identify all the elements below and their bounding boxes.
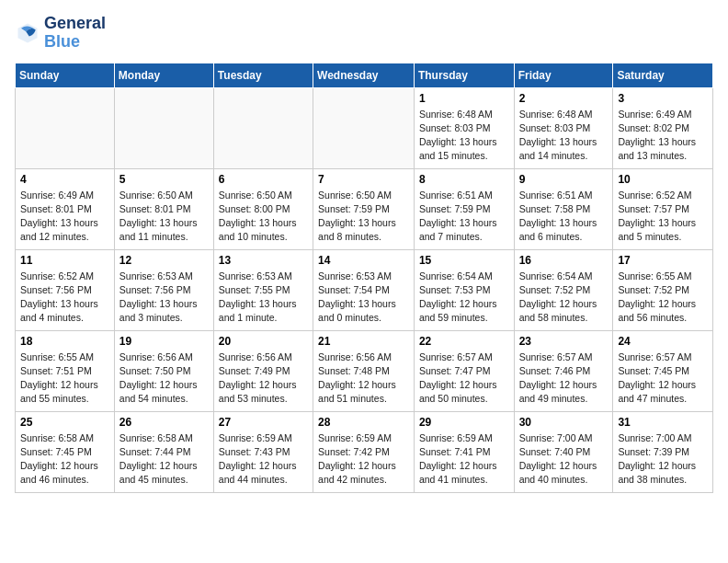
calendar-cell <box>114 87 213 168</box>
calendar-week-3: 11Sunrise: 6:52 AM Sunset: 7:56 PM Dayli… <box>16 249 713 330</box>
day-number: 19 <box>119 335 209 348</box>
calendar-cell: 29Sunrise: 6:59 AM Sunset: 7:41 PM Dayli… <box>414 411 514 492</box>
page-header: General Blue <box>15 15 713 52</box>
calendar-cell: 4Sunrise: 6:49 AM Sunset: 8:01 PM Daylig… <box>16 168 115 249</box>
day-info: Sunrise: 6:52 AM Sunset: 7:57 PM Dayligh… <box>618 189 708 245</box>
day-number: 17 <box>618 254 708 267</box>
calendar-cell: 2Sunrise: 6:48 AM Sunset: 8:03 PM Daylig… <box>514 87 613 168</box>
day-info: Sunrise: 7:00 AM Sunset: 7:40 PM Dayligh… <box>519 431 609 488</box>
day-info: Sunrise: 6:48 AM Sunset: 8:03 PM Dayligh… <box>419 108 509 164</box>
day-number: 24 <box>618 335 708 348</box>
calendar-cell: 17Sunrise: 6:55 AM Sunset: 7:52 PM Dayli… <box>613 249 713 330</box>
day-info: Sunrise: 6:57 AM Sunset: 7:46 PM Dayligh… <box>519 350 609 407</box>
day-info: Sunrise: 6:48 AM Sunset: 8:03 PM Dayligh… <box>519 108 609 164</box>
calendar-cell: 12Sunrise: 6:53 AM Sunset: 7:56 PM Dayli… <box>114 249 213 330</box>
day-number: 11 <box>20 254 109 267</box>
day-info: Sunrise: 6:52 AM Sunset: 7:56 PM Dayligh… <box>20 270 109 326</box>
day-number: 15 <box>419 254 509 267</box>
day-header-wednesday: Wednesday <box>313 63 415 87</box>
day-info: Sunrise: 6:50 AM Sunset: 7:59 PM Dayligh… <box>318 189 409 245</box>
day-number: 10 <box>618 173 708 186</box>
calendar-cell: 24Sunrise: 6:57 AM Sunset: 7:45 PM Dayli… <box>613 330 713 411</box>
calendar-cell: 5Sunrise: 6:50 AM Sunset: 8:01 PM Daylig… <box>114 168 213 249</box>
day-number: 7 <box>318 173 409 186</box>
calendar-cell: 28Sunrise: 6:59 AM Sunset: 7:42 PM Dayli… <box>313 411 415 492</box>
day-number: 25 <box>20 416 109 429</box>
logo-icon <box>15 20 40 46</box>
day-info: Sunrise: 6:50 AM Sunset: 8:00 PM Dayligh… <box>219 189 308 245</box>
day-number: 12 <box>119 254 209 267</box>
calendar-cell: 21Sunrise: 6:56 AM Sunset: 7:48 PM Dayli… <box>313 330 415 411</box>
calendar-cell: 15Sunrise: 6:54 AM Sunset: 7:53 PM Dayli… <box>414 249 514 330</box>
calendar-week-5: 25Sunrise: 6:58 AM Sunset: 7:45 PM Dayli… <box>16 411 713 492</box>
day-info: Sunrise: 6:53 AM Sunset: 7:55 PM Dayligh… <box>219 270 308 326</box>
day-info: Sunrise: 6:56 AM Sunset: 7:48 PM Dayligh… <box>318 350 409 407</box>
calendar-cell: 23Sunrise: 6:57 AM Sunset: 7:46 PM Dayli… <box>514 330 613 411</box>
day-number: 3 <box>618 92 708 105</box>
day-info: Sunrise: 6:49 AM Sunset: 8:01 PM Dayligh… <box>20 189 109 245</box>
day-info: Sunrise: 6:56 AM Sunset: 7:49 PM Dayligh… <box>219 350 308 407</box>
day-header-monday: Monday <box>114 63 213 87</box>
calendar-cell: 31Sunrise: 7:00 AM Sunset: 7:39 PM Dayli… <box>613 411 713 492</box>
calendar-cell: 7Sunrise: 6:50 AM Sunset: 7:59 PM Daylig… <box>313 168 415 249</box>
day-info: Sunrise: 7:00 AM Sunset: 7:39 PM Dayligh… <box>618 431 708 488</box>
calendar-cell: 25Sunrise: 6:58 AM Sunset: 7:45 PM Dayli… <box>16 411 115 492</box>
calendar-cell: 18Sunrise: 6:55 AM Sunset: 7:51 PM Dayli… <box>16 330 115 411</box>
day-number: 2 <box>519 92 609 105</box>
calendar-cell: 6Sunrise: 6:50 AM Sunset: 8:00 PM Daylig… <box>213 168 313 249</box>
calendar-cell <box>213 87 313 168</box>
calendar-cell: 3Sunrise: 6:49 AM Sunset: 8:02 PM Daylig… <box>613 87 713 168</box>
day-number: 27 <box>219 416 308 429</box>
day-info: Sunrise: 6:59 AM Sunset: 7:42 PM Dayligh… <box>318 431 409 488</box>
day-info: Sunrise: 6:59 AM Sunset: 7:43 PM Dayligh… <box>219 431 308 488</box>
day-number: 13 <box>219 254 308 267</box>
day-number: 8 <box>419 173 509 186</box>
calendar-cell: 9Sunrise: 6:51 AM Sunset: 7:58 PM Daylig… <box>514 168 613 249</box>
calendar-week-1: 1Sunrise: 6:48 AM Sunset: 8:03 PM Daylig… <box>16 87 713 168</box>
day-number: 1 <box>419 92 509 105</box>
calendar-cell: 10Sunrise: 6:52 AM Sunset: 7:57 PM Dayli… <box>613 168 713 249</box>
day-info: Sunrise: 6:58 AM Sunset: 7:45 PM Dayligh… <box>20 431 109 488</box>
calendar-cell <box>16 87 115 168</box>
day-info: Sunrise: 6:59 AM Sunset: 7:41 PM Dayligh… <box>419 431 509 488</box>
day-number: 20 <box>219 335 308 348</box>
day-info: Sunrise: 6:53 AM Sunset: 7:54 PM Dayligh… <box>318 270 409 326</box>
day-header-thursday: Thursday <box>414 63 514 87</box>
day-info: Sunrise: 6:54 AM Sunset: 7:52 PM Dayligh… <box>519 270 609 326</box>
day-number: 9 <box>519 173 609 186</box>
day-number: 28 <box>318 416 409 429</box>
calendar-cell <box>313 87 415 168</box>
calendar-cell: 16Sunrise: 6:54 AM Sunset: 7:52 PM Dayli… <box>514 249 613 330</box>
day-info: Sunrise: 6:53 AM Sunset: 7:56 PM Dayligh… <box>119 270 209 326</box>
calendar-cell: 8Sunrise: 6:51 AM Sunset: 7:59 PM Daylig… <box>414 168 514 249</box>
calendar-week-2: 4Sunrise: 6:49 AM Sunset: 8:01 PM Daylig… <box>16 168 713 249</box>
calendar-cell: 13Sunrise: 6:53 AM Sunset: 7:55 PM Dayli… <box>213 249 313 330</box>
calendar-cell: 14Sunrise: 6:53 AM Sunset: 7:54 PM Dayli… <box>313 249 415 330</box>
calendar-cell: 19Sunrise: 6:56 AM Sunset: 7:50 PM Dayli… <box>114 330 213 411</box>
logo: General Blue <box>15 15 106 52</box>
day-info: Sunrise: 6:57 AM Sunset: 7:45 PM Dayligh… <box>618 350 708 407</box>
day-number: 6 <box>219 173 308 186</box>
day-number: 16 <box>519 254 609 267</box>
logo-text: General Blue <box>44 15 106 52</box>
day-number: 29 <box>419 416 509 429</box>
day-info: Sunrise: 6:50 AM Sunset: 8:01 PM Dayligh… <box>119 189 209 245</box>
calendar-table: SundayMondayTuesdayWednesdayThursdayFrid… <box>15 63 713 493</box>
day-info: Sunrise: 6:56 AM Sunset: 7:50 PM Dayligh… <box>119 350 209 407</box>
day-info: Sunrise: 6:55 AM Sunset: 7:52 PM Dayligh… <box>618 270 708 326</box>
calendar-cell: 30Sunrise: 7:00 AM Sunset: 7:40 PM Dayli… <box>514 411 613 492</box>
day-number: 21 <box>318 335 409 348</box>
calendar-cell: 1Sunrise: 6:48 AM Sunset: 8:03 PM Daylig… <box>414 87 514 168</box>
day-header-friday: Friday <box>514 63 613 87</box>
day-number: 14 <box>318 254 409 267</box>
day-number: 5 <box>119 173 209 186</box>
day-info: Sunrise: 6:55 AM Sunset: 7:51 PM Dayligh… <box>20 350 109 407</box>
day-number: 22 <box>419 335 509 348</box>
day-number: 18 <box>20 335 109 348</box>
calendar-header-row: SundayMondayTuesdayWednesdayThursdayFrid… <box>16 63 713 87</box>
day-info: Sunrise: 6:58 AM Sunset: 7:44 PM Dayligh… <box>119 431 209 488</box>
day-number: 31 <box>618 416 708 429</box>
day-number: 26 <box>119 416 209 429</box>
calendar-cell: 20Sunrise: 6:56 AM Sunset: 7:49 PM Dayli… <box>213 330 313 411</box>
calendar-week-4: 18Sunrise: 6:55 AM Sunset: 7:51 PM Dayli… <box>16 330 713 411</box>
